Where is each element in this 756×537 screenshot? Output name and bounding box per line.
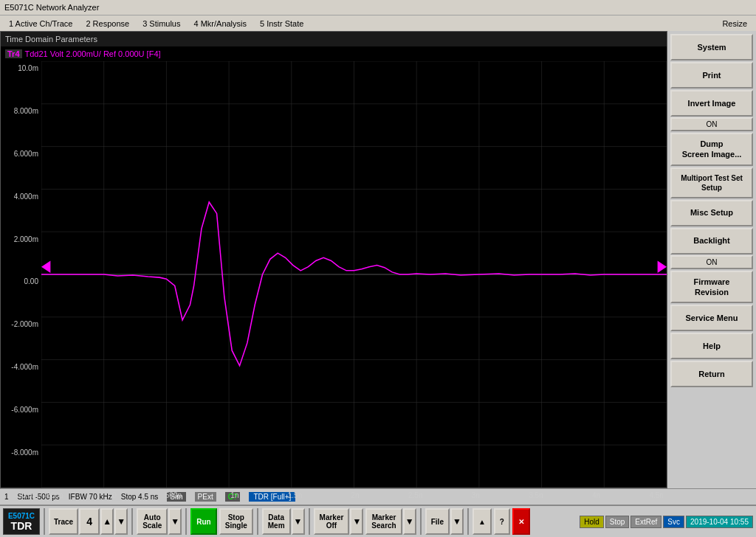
- sidebar-invert-image-group: Invert Image ON: [670, 90, 753, 131]
- x-label-m500p: -500p: [44, 491, 63, 499]
- help-btn[interactable]: ?: [494, 508, 510, 535]
- stop-chip: Stop: [605, 516, 630, 528]
- sidebar-backlight-btn[interactable]: Backlight: [670, 228, 753, 254]
- time-domain-label: Time Domain Parameters: [5, 35, 97, 44]
- sidebar-firmware-btn[interactable]: Firmware Revision: [670, 271, 753, 304]
- svc-chip: Svc: [663, 516, 684, 528]
- menu-bar: 1 Active Ch/Trace 2 Response 3 Stimulus …: [0, 15, 756, 31]
- y-label-6: 6.000m: [1, 150, 41, 158]
- marker-search-btn[interactable]: Marker Search: [365, 508, 402, 535]
- logo-box: E5071C TDR: [3, 508, 40, 535]
- menu-resize[interactable]: Resize: [716, 18, 753, 30]
- x-label-0: 0: [112, 491, 117, 499]
- x-label-4n: 4n: [592, 491, 600, 499]
- run-btn[interactable]: Run: [190, 508, 216, 535]
- sidebar-invert-image-btn[interactable]: Invert Image: [670, 90, 753, 117]
- trace-num: 4: [79, 508, 100, 535]
- sidebar-misc-setup-btn[interactable]: Misc Setup: [670, 200, 753, 226]
- logo-tdr: TDR: [11, 520, 32, 532]
- extref-chip: ExtRef: [630, 516, 662, 528]
- app-title: E5071C Network Analyzer: [4, 3, 99, 12]
- bottom-right-status: Hold Stop ExtRef Svc 2019-10-04 10:55: [580, 516, 753, 528]
- x-label-2n: 2n: [351, 491, 360, 499]
- chart-area: Time Domain Parameters Tr4 Tdd21 Volt 2.…: [0, 31, 667, 488]
- sep-3: [185, 508, 187, 535]
- menu-active-ch[interactable]: 1 Active Ch/Trace: [3, 18, 78, 30]
- y-label-8: 8.000m: [1, 107, 41, 115]
- sidebar-return-btn[interactable]: Return: [670, 361, 753, 387]
- x-label-1n: 1n: [230, 491, 238, 499]
- y-label-4: 4.000m: [1, 193, 41, 201]
- plot-container: 10.0m 8.000m 6.000m 4.000m 2.000m 0.00 -…: [1, 61, 667, 502]
- file-arrow[interactable]: ▼: [450, 508, 464, 535]
- sep-7: [467, 508, 469, 535]
- sidebar-help-btn[interactable]: Help: [670, 333, 753, 359]
- sep-2: [131, 508, 133, 535]
- x-label-3_5n: 3.5n: [529, 491, 543, 499]
- trace-params: Tdd21 Volt 2.000mU/ Ref 0.000U [F4]: [25, 49, 161, 58]
- trace-group: Trace 4 ▲ ▼: [49, 508, 128, 535]
- trace-up-arrow[interactable]: ▲: [100, 508, 114, 535]
- y-label-2: 2.000m: [1, 235, 41, 243]
- marker-search-group: Marker Search ▼: [365, 508, 416, 535]
- menu-mkr-analysis[interactable]: 4 Mkr/Analysis: [188, 18, 252, 30]
- trace-badge: Tr4: [5, 49, 22, 58]
- sidebar-print-btn[interactable]: Print: [670, 62, 753, 89]
- title-bar: E5071C Network Analyzer: [0, 0, 756, 15]
- marker-off-btn[interactable]: Marker Off: [314, 508, 350, 535]
- main-layout: Time Domain Parameters Tr4 Tdd21 Volt 2.…: [0, 31, 756, 488]
- sidebar-multiport-btn[interactable]: Multiport Test Set Setup: [670, 167, 753, 198]
- marker-search-arrow[interactable]: ▼: [403, 508, 416, 535]
- auto-scale-btn[interactable]: Auto Scale: [137, 508, 168, 535]
- bottom-toolbar: E5071C TDR Trace 4 ▲ ▼ Auto Scale ▼ Run …: [0, 505, 756, 537]
- x-label-500p: 500p: [165, 491, 182, 499]
- sep-6: [420, 508, 422, 535]
- trace-label: Trace: [49, 508, 78, 535]
- sep-1: [44, 508, 45, 535]
- auto-scale-arrow[interactable]: ▼: [168, 508, 182, 535]
- plot-svg: [41, 61, 667, 488]
- close-btn[interactable]: ✕: [512, 508, 530, 535]
- menu-stimulus[interactable]: 3 Stimulus: [137, 18, 186, 30]
- data-mem-arrow[interactable]: ▼: [292, 508, 305, 535]
- logo-top: E5071C: [8, 512, 35, 520]
- sidebar-service-menu-btn[interactable]: Service Menu: [670, 305, 753, 331]
- y-label-m2: -2.000m: [1, 320, 41, 328]
- y-label-m10: -10.0m: [1, 491, 41, 499]
- sep-5: [309, 508, 310, 535]
- y-axis: 10.0m 8.000m 6.000m 4.000m 2.000m 0.00 -…: [1, 61, 41, 502]
- sidebar-system-btn[interactable]: System: [670, 34, 753, 60]
- sidebar-backlight-group: Backlight ON: [670, 228, 753, 269]
- stop-single-group: Stop Single: [219, 508, 253, 535]
- sidebar-backlight-on[interactable]: ON: [670, 255, 753, 269]
- sidebar-dump-screen-btn[interactable]: Dump Screen Image...: [670, 133, 753, 166]
- sidebar: System Print Invert Image ON Dump Screen…: [667, 31, 756, 488]
- file-group: File ▼: [425, 508, 464, 535]
- file-btn[interactable]: File: [425, 508, 450, 535]
- hold-chip: Hold: [580, 516, 604, 528]
- stop-single-btn[interactable]: Stop Single: [219, 508, 253, 535]
- data-mem-group: Data Mem ▼: [262, 508, 305, 535]
- marker-off-arrow[interactable]: ▼: [350, 508, 363, 535]
- y-label-m8: -8.000m: [1, 448, 41, 457]
- menu-response[interactable]: 2 Response: [80, 18, 135, 30]
- x-axis: -500p 0 500p 1n 1.5n 2n 2.5n 3n 3.5n 4n …: [41, 488, 667, 502]
- marker-off-group: Marker Off ▼: [314, 508, 364, 535]
- x-label-4_5n: 4.5n: [649, 491, 663, 499]
- data-mem-btn[interactable]: Data Mem: [262, 508, 291, 535]
- y-label-0: 0.00: [1, 277, 41, 285]
- trace-info-bar: Tr4 Tdd21 Volt 2.000mU/ Ref 0.000U [F4]: [1, 46, 667, 61]
- x-label-1_5n: 1.5n: [288, 491, 302, 499]
- auto-scale-group: Auto Scale ▼: [137, 508, 182, 535]
- sep-4: [257, 508, 258, 535]
- x-label-3n: 3n: [472, 491, 480, 499]
- menu-instr-state[interactable]: 5 Instr State: [254, 18, 309, 30]
- chart-section-label: Time Domain Parameters: [1, 32, 667, 46]
- x-label-2_5n: 2.5n: [408, 491, 422, 499]
- up-btn[interactable]: ▲: [472, 508, 492, 535]
- y-label-m4: -4.000m: [1, 363, 41, 371]
- y-label-10: 10.0m: [1, 64, 41, 72]
- datetime-chip: 2019-10-04 10:55: [686, 516, 753, 528]
- sidebar-invert-image-on[interactable]: ON: [670, 117, 753, 131]
- trace-down-arrow[interactable]: ▼: [114, 508, 128, 535]
